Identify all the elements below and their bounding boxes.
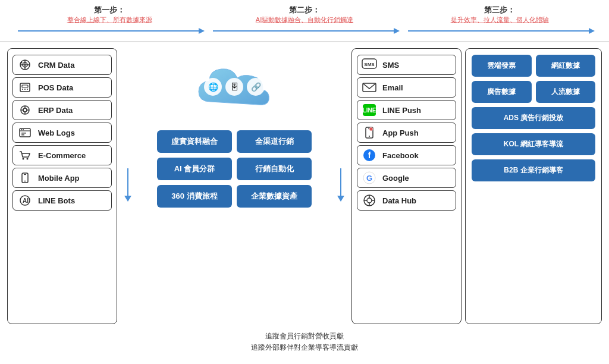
channels-panel: SMS SMS Email bbox=[351, 48, 462, 324]
svg-point-47 bbox=[367, 198, 372, 203]
fr-row-4: KOL 網紅導客導流 bbox=[472, 133, 595, 155]
svg-text:SMS: SMS bbox=[364, 62, 375, 67]
list-item: E-Commerce bbox=[12, 145, 112, 165]
far-right-panel: 雲端發票 網紅數據 廣告數據 人流數據 ADS 廣告行銷投放 KOL 網紅導客導… bbox=[465, 48, 602, 324]
list-item: Data Hub bbox=[357, 190, 456, 211]
svg-marker-32 bbox=[337, 196, 344, 202]
fr-row-1: 雲端發票 網紅數據 bbox=[472, 55, 595, 77]
cloud-shape: 🌐 🗄 🔗 bbox=[187, 54, 282, 120]
fr-row-2: 廣告數據 人流數據 bbox=[472, 81, 595, 103]
svg-point-9 bbox=[27, 89, 28, 90]
vr-fusion-button[interactable]: 虛實資料融合 bbox=[157, 130, 232, 153]
ads-marketing-button[interactable]: ADS 廣告行銷投放 bbox=[472, 107, 595, 129]
step1-label: 第一步： bbox=[94, 5, 125, 15]
facebook-icon: f bbox=[361, 149, 378, 162]
svg-point-18 bbox=[21, 129, 22, 130]
linebots-icon: AI bbox=[17, 194, 33, 207]
step1-arrow bbox=[18, 26, 201, 36]
svg-text:G: G bbox=[366, 174, 372, 183]
step3-arrow bbox=[408, 26, 591, 36]
apppush-label: App Push bbox=[382, 128, 419, 137]
cloud-invoice-button[interactable]: 雲端發票 bbox=[472, 55, 532, 77]
svg-text:AI: AI bbox=[23, 197, 29, 204]
left-to-mid-arrow bbox=[121, 48, 135, 324]
step1-col: 第一步： 整合線上線下、所有數據來源 bbox=[12, 5, 207, 37]
arrow-line-1 bbox=[18, 30, 201, 32]
cloud-icon-db: 🗄 bbox=[225, 78, 243, 96]
ecommerce-icon bbox=[17, 149, 33, 162]
list-item: G Google bbox=[357, 168, 456, 188]
linepush-label: LINE Push bbox=[382, 106, 421, 115]
list-item: SMS SMS bbox=[357, 55, 456, 75]
step2-col: 第二步： AI驅動數據融合、自動化行銷觸達 bbox=[207, 5, 402, 37]
step2-label: 第二步： bbox=[289, 5, 320, 15]
sms-label: SMS bbox=[382, 61, 399, 70]
svg-point-39 bbox=[369, 136, 370, 137]
erp-icon bbox=[17, 103, 33, 117]
weblogs-label: Web Logs bbox=[38, 128, 75, 137]
middle-panel: 🌐 🗄 🔗 虛實資料融合 全渠道行銷 AI 會員分群 行銷自動化 360 消費旅… bbox=[139, 48, 330, 324]
linebots-label: LINE Bots bbox=[38, 196, 75, 205]
apppush-icon bbox=[361, 126, 378, 139]
pos-label: POS Data bbox=[38, 83, 73, 92]
svg-point-23 bbox=[27, 158, 29, 160]
data-asset-button[interactable]: 企業數據資產 bbox=[237, 185, 312, 208]
kol-button[interactable]: KOL 網紅導客導流 bbox=[472, 133, 595, 155]
list-item: f Facebook bbox=[357, 145, 456, 165]
svg-rect-21 bbox=[21, 134, 24, 136]
step2-subtitle: AI驅動數據融合、自動化行銷觸達 bbox=[256, 15, 353, 24]
google-icon: G bbox=[361, 171, 378, 184]
bottom-text-2: 追蹤外部夥伴對企業導客導流貢獻 bbox=[251, 343, 358, 353]
svg-text:f: f bbox=[368, 150, 371, 160]
data-sources-panel: CRM Data POS Data bbox=[7, 48, 117, 324]
ecommerce-label: E-Commerce bbox=[38, 151, 86, 160]
bottom-text-1: 追蹤會員行銷對營收貢獻 bbox=[265, 331, 344, 341]
allchannel-button[interactable]: 全渠道行銷 bbox=[237, 130, 312, 153]
step1-subtitle: 整合線上線下、所有數據來源 bbox=[67, 15, 152, 24]
svg-point-8 bbox=[24, 89, 26, 90]
datahub-label: Data Hub bbox=[382, 196, 416, 205]
cloud-icon-link: 🔗 bbox=[247, 78, 265, 96]
list-item: Web Logs bbox=[12, 123, 112, 143]
svg-rect-20 bbox=[21, 133, 26, 134]
svg-point-7 bbox=[22, 89, 23, 90]
svg-point-11 bbox=[23, 108, 27, 112]
pos-icon bbox=[17, 81, 33, 94]
step3-col: 第三步： 提升效率、拉人流量、個人化體驗 bbox=[402, 5, 597, 37]
svg-point-41 bbox=[369, 127, 373, 131]
list-item: Mobile App bbox=[12, 168, 112, 188]
sms-icon: SMS bbox=[361, 58, 378, 71]
mobileapp-label: Mobile App bbox=[38, 174, 80, 183]
ads-data-button[interactable]: 廣告數據 bbox=[472, 81, 532, 103]
email-label: Email bbox=[382, 83, 403, 92]
svg-point-25 bbox=[24, 181, 26, 182]
step2-arrow bbox=[213, 26, 396, 36]
crm-label: CRM Data bbox=[38, 61, 74, 70]
header-section: 第一步： 整合線上線下、所有數據來源 第二步： AI驅動數據融合、自動化行銷觸達… bbox=[0, 0, 609, 40]
list-item: AI LINE Bots bbox=[12, 190, 112, 211]
360-journey-button[interactable]: 360 消費旅程 bbox=[157, 185, 232, 208]
arrow-line-2 bbox=[213, 30, 396, 32]
datahub-icon bbox=[361, 194, 378, 207]
influencer-data-button[interactable]: 網紅數據 bbox=[536, 55, 596, 77]
step3-label: 第三步： bbox=[484, 5, 515, 15]
facebook-label: Facebook bbox=[382, 151, 419, 160]
linepush-icon: LINE bbox=[361, 103, 378, 117]
arrow-line-3 bbox=[408, 30, 591, 32]
svg-point-19 bbox=[23, 129, 24, 130]
mid-to-channel-arrow bbox=[334, 48, 348, 324]
cloud-container: 🌐 🗄 🔗 bbox=[187, 54, 282, 120]
auto-marketing-button[interactable]: 行銷自動化 bbox=[237, 158, 312, 180]
traffic-data-button[interactable]: 人流數據 bbox=[536, 81, 596, 103]
b2b-button[interactable]: B2B 企業行銷導客 bbox=[472, 159, 595, 181]
mobileapp-icon bbox=[17, 171, 33, 184]
cloud-icon-globe: 🌐 bbox=[204, 78, 222, 96]
list-item: LINE LINE Push bbox=[357, 100, 456, 120]
cloud-icons: 🌐 🗄 🔗 bbox=[204, 78, 265, 96]
fr-row-3: ADS 廣告行銷投放 bbox=[472, 107, 595, 129]
list-item: CRM Data bbox=[12, 55, 112, 75]
main-content: CRM Data POS Data bbox=[0, 43, 609, 329]
bottom-section: 追蹤會員行銷對營收貢獻 追蹤外部夥伴對企業導客導流貢獻 bbox=[0, 329, 609, 355]
google-label: Google bbox=[382, 174, 409, 183]
ai-member-button[interactable]: AI 會員分群 bbox=[157, 158, 232, 180]
